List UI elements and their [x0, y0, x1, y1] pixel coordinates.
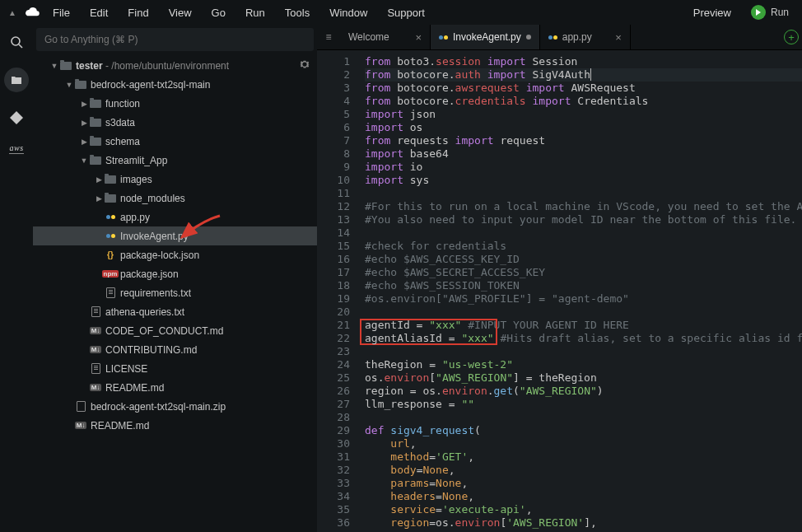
tree-file[interactable]: athena-queries.txt: [33, 302, 317, 321]
menu-window[interactable]: Window: [321, 7, 375, 19]
code-line[interactable]: #For this to run on a local machine in V…: [365, 200, 802, 213]
tree-file[interactable]: M↓CODE_OF_CONDUCT.md: [33, 321, 317, 340]
close-icon[interactable]: ×: [615, 31, 622, 44]
code-line[interactable]: from boto3.session import Session: [365, 55, 802, 68]
tree-file[interactable]: bedrock-agent-txt2sql-main.zip: [33, 397, 317, 416]
search-icon[interactable]: [7, 33, 26, 51]
code-line[interactable]: #os.environ["AWS_PROFILE"] = "agent-demo…: [365, 292, 802, 306]
code-line[interactable]: #echo $AWS_SESSION_TOKEN: [365, 279, 802, 292]
code-line[interactable]: [365, 187, 802, 200]
md-icon: M↓: [75, 422, 87, 429]
tree-label: README.md: [105, 382, 164, 394]
aws-icon[interactable]: aws: [9, 143, 23, 154]
gear-icon[interactable]: [299, 58, 310, 72]
menu-view[interactable]: View: [161, 7, 200, 19]
code-line[interactable]: region = os.environ.get("AWS_REGION"): [365, 385, 802, 398]
code-line[interactable]: [365, 411, 802, 424]
code-line[interactable]: agentAliasId = "xxx" #Hits draft alias, …: [365, 332, 802, 345]
code-content[interactable]: from boto3.session import Sessionfrom bo…: [358, 50, 802, 532]
code-line[interactable]: #echo $AWS_ACCESS_KEY_ID: [365, 253, 802, 266]
tree-folder[interactable]: ▶node_modules: [33, 189, 317, 208]
tree-root[interactable]: ▼ tester - /home/ubuntu/environment: [33, 56, 317, 75]
activity-bar: aws: [0, 25, 33, 532]
close-icon[interactable]: ×: [415, 31, 422, 44]
code-line[interactable]: def sigv4_request(: [365, 424, 802, 437]
file-icon: [91, 363, 100, 374]
menu-support[interactable]: Support: [379, 7, 433, 19]
new-tab-button[interactable]: +: [784, 30, 799, 44]
tree-file[interactable]: requirements.txt: [33, 283, 317, 302]
tree-folder[interactable]: ▶images: [33, 170, 317, 189]
code-line[interactable]: #check for credentials: [365, 240, 802, 253]
svg-point-0: [12, 37, 20, 45]
code-line[interactable]: params=None,: [365, 477, 802, 490]
tree-file[interactable]: M↓CONTRIBUTING.md: [33, 340, 317, 359]
menu-tools[interactable]: Tools: [277, 7, 318, 19]
code-line[interactable]: [365, 226, 802, 240]
code-line[interactable]: region=os.environ['AWS_REGION'],: [365, 516, 802, 530]
code-line[interactable]: from botocore.awsrequest import AWSReque…: [365, 82, 802, 95]
code-line[interactable]: from botocore.auth import SigV4Auth: [365, 68, 802, 82]
tree-file[interactable]: LICENSE: [33, 359, 317, 378]
code-line[interactable]: import io: [365, 161, 802, 174]
menu-go[interactable]: Go: [203, 7, 234, 19]
code-line[interactable]: #echo $AWS_SECRET_ACCESS_KEY: [365, 266, 802, 279]
menu-edit[interactable]: Edit: [82, 7, 116, 19]
code-line[interactable]: service='execute-api',: [365, 503, 802, 516]
source-icon[interactable]: [7, 109, 26, 127]
tab-label: app.py: [562, 31, 592, 43]
menu-preview[interactable]: Preview: [685, 7, 739, 19]
svg-line-1: [19, 44, 22, 48]
code-line[interactable]: import base64: [365, 147, 802, 161]
tree-file[interactable]: M↓README.md: [33, 378, 317, 397]
folder-icon: [105, 175, 116, 184]
tab-welcome[interactable]: Welcome×: [340, 25, 431, 49]
goto-input[interactable]: Go to Anything (⌘ P): [36, 28, 314, 51]
code-line[interactable]: import os: [365, 121, 802, 134]
tree-folder[interactable]: ▶function: [33, 94, 317, 113]
code-line[interactable]: llm_response = "": [365, 398, 802, 411]
code-line[interactable]: #You also need to input your model ID ne…: [365, 213, 802, 226]
code-line[interactable]: agentId = "xxx" #INPUT YOUR AGENT ID HER…: [365, 319, 802, 332]
tree-file[interactable]: npmpackage.json: [33, 264, 317, 283]
cloud9-icon[interactable]: [23, 3, 41, 21]
dirty-indicator: [526, 35, 531, 40]
menu-file[interactable]: File: [44, 7, 78, 19]
file-icon: [106, 287, 115, 298]
code-line[interactable]: method='GET',: [365, 450, 802, 464]
run-label: Run: [771, 7, 789, 18]
tree-file[interactable]: M↓README.md: [33, 416, 317, 435]
menu-run[interactable]: Run: [237, 7, 273, 19]
code-line[interactable]: url,: [365, 437, 802, 450]
tree-label: Streamlit_App: [105, 155, 167, 166]
tree-folder[interactable]: ▼Streamlit_App: [33, 151, 317, 170]
folder-icon[interactable]: [4, 68, 29, 92]
tree-folder[interactable]: ▶s3data: [33, 113, 317, 132]
code-line[interactable]: import sys: [365, 174, 802, 187]
run-button[interactable]: Run: [743, 5, 797, 20]
code-line[interactable]: theRegion = "us-west-2": [365, 358, 802, 371]
code-line[interactable]: [365, 345, 802, 358]
code-area[interactable]: 1234567891011121314151617181920212223242…: [317, 50, 802, 532]
tree-label: app.py: [120, 212, 150, 223]
code-line[interactable]: os.environ["AWS_REGION"] = theRegion: [365, 371, 802, 385]
tab-invokeagent-py[interactable]: InvokeAgent.py: [431, 25, 540, 49]
collapse-icon[interactable]: ▲: [5, 8, 20, 17]
python-icon: [548, 35, 557, 40]
code-line[interactable]: [365, 306, 802, 319]
tree-file[interactable]: {}package-lock.json: [33, 245, 317, 264]
tree-label: CODE_OF_CONDUCT.md: [105, 325, 223, 337]
code-line[interactable]: body=None,: [365, 464, 802, 477]
tree-file[interactable]: InvokeAgent.py: [33, 226, 317, 245]
tree-label: InvokeAgent.py: [120, 231, 189, 242]
code-line[interactable]: import json: [365, 108, 802, 121]
code-line[interactable]: headers=None,: [365, 490, 802, 503]
hamburger-icon[interactable]: ≡: [317, 25, 340, 49]
tree-folder[interactable]: ▶schema: [33, 132, 317, 151]
code-line[interactable]: from botocore.credentials import Credent…: [365, 95, 802, 108]
tree-file[interactable]: app.py: [33, 208, 317, 226]
code-line[interactable]: from requests import request: [365, 134, 802, 147]
menu-find[interactable]: Find: [119, 7, 156, 19]
tab-app-py[interactable]: app.py×: [540, 25, 631, 49]
tree-folder[interactable]: ▼bedrock-agent-txt2sql-main: [33, 75, 317, 94]
